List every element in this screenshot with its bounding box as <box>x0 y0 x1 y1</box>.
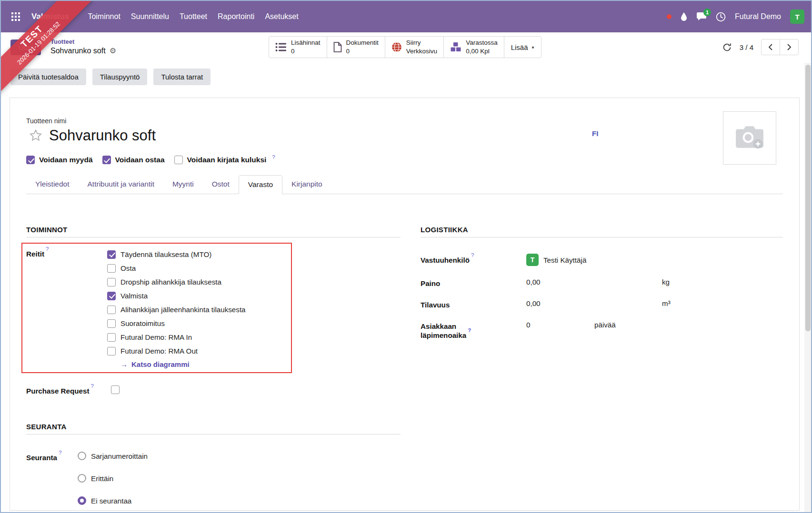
help-icon: ? <box>59 450 61 455</box>
chevron-left-icon <box>768 43 773 51</box>
route-rma-out[interactable]: Futural Demo: RMA Out <box>107 344 246 358</box>
can-be-sold-checkbox[interactable] <box>26 156 35 164</box>
stat-button-website[interactable]: Siirry Verkkosivu <box>385 36 444 58</box>
stat-documents-label: Dokumentit <box>346 39 379 47</box>
stat-button-documents[interactable]: Dokumentit 0 <box>327 36 385 58</box>
route-rma-out-checkbox[interactable] <box>107 347 116 355</box>
logistics-section-title: LOGISTIIKKA <box>421 226 783 237</box>
droplet-icon[interactable] <box>681 12 687 21</box>
lead-time-input[interactable]: 0 <box>526 321 594 329</box>
responsible-row: Vastuuhenkilö? T Testi Käyttäjä <box>421 254 783 266</box>
vertical-scrollbar-track[interactable] <box>804 63 811 512</box>
route-direct-delivery-checkbox[interactable] <box>107 319 116 328</box>
route-dropship-checkbox[interactable] <box>107 278 116 286</box>
tracking-serial-radio[interactable] <box>78 452 86 460</box>
responsible-avatar: T <box>526 254 539 266</box>
volume-input[interactable]: 0,00 <box>526 299 662 307</box>
help-icon: ? <box>272 154 275 160</box>
breadcrumb-parent[interactable]: Tuotteet <box>50 38 116 46</box>
top-navbar: Valmistus Toiminnot Suunnittelu Tuotteet… <box>1 1 811 32</box>
pager-previous-button[interactable] <box>761 39 780 55</box>
operations-column: TOIMINNOT Reitit? Täydennä tilauksesta (… <box>26 226 401 505</box>
favorite-star-icon[interactable] <box>29 129 42 142</box>
help-icon: ? <box>91 383 94 389</box>
print-labels-button[interactable]: Tulosta tarrat <box>153 69 211 85</box>
tab-attribuutit[interactable]: Attribuutit ja variantit <box>79 175 163 194</box>
route-rma-in[interactable]: Futural Demo: RMA In <box>107 330 246 344</box>
tracking-option-lots[interactable]: Erittäin <box>78 474 148 483</box>
list-icon <box>275 42 287 52</box>
action-button-row: Päivitä tuotesaldoa Tilauspyyntö Tulosta… <box>1 62 811 85</box>
can-be-expensed-checkbox[interactable] <box>174 156 183 164</box>
route-mto-checkbox[interactable] <box>107 250 116 259</box>
volume-unit: m³ <box>662 299 671 307</box>
nav-item-suunnittelu[interactable]: Suunnittelu <box>126 9 174 25</box>
tab-yleistiedot[interactable]: Yleistiedot <box>26 175 79 194</box>
user-avatar[interactable]: T <box>790 10 804 24</box>
pager-counter: 3 / 4 <box>740 43 753 51</box>
nav-item-toiminnot[interactable]: Toiminnot <box>82 9 125 25</box>
weight-input[interactable]: 0,00 <box>526 278 662 286</box>
tracking-lots-radio[interactable] <box>78 474 86 483</box>
apps-grid-icon[interactable] <box>8 9 24 25</box>
stat-button-pricelists[interactable]: Lisähinnat 0 <box>269 36 327 58</box>
more-dropdown-button[interactable]: Lisää ▾ <box>504 36 541 58</box>
stat-pricelists-label: Lisähinnat <box>291 39 321 47</box>
route-manufacture[interactable]: Valmista <box>107 289 246 303</box>
tab-varasto[interactable]: Varasto <box>239 175 282 194</box>
route-buy[interactable]: Osta <box>107 261 246 275</box>
chevron-right-icon <box>787 43 792 51</box>
breadcrumb: Tuotteet Sohvarunko soft ⚙ <box>50 38 116 56</box>
update-quantity-button[interactable]: Päivitä tuotesaldoa <box>10 69 86 85</box>
route-rma-in-checkbox[interactable] <box>107 333 116 342</box>
camera-plus-icon <box>735 125 764 151</box>
route-dropship[interactable]: Dropship alihankkija tilauksesta <box>107 275 246 289</box>
toggle-can-be-purchased[interactable]: Voidaan ostaa <box>102 156 165 164</box>
toggle-can-be-sold[interactable]: Voidaan myydä <box>26 156 93 164</box>
translation-language-badge[interactable]: FI <box>592 129 598 138</box>
purchase-request-checkbox[interactable] <box>111 385 120 394</box>
scrollbar-thumb[interactable] <box>805 65 811 331</box>
stat-documents-value: 0 <box>346 47 379 56</box>
actions-gear-icon[interactable]: ⚙ <box>110 46 116 56</box>
breadcrumb-current: Sohvarunko soft <box>50 46 106 56</box>
route-buy-checkbox[interactable] <box>107 264 116 273</box>
routes-field-label: Reitit <box>26 250 44 258</box>
stat-pricelists-value: 0 <box>291 47 321 56</box>
globe-icon <box>391 42 402 52</box>
tracking-option-serial[interactable]: Sarjanumeroittain <box>78 452 148 460</box>
refresh-icon[interactable] <box>722 43 732 52</box>
route-subcontract-checkbox[interactable] <box>107 306 116 314</box>
tab-ostot[interactable]: Ostot <box>203 175 239 194</box>
stat-button-on-hand[interactable]: Varastossa 0,00 Kpl <box>443 36 504 58</box>
odoo-product-form-page: { "colors": { "nav_bg": "#77609B", "acce… <box>0 0 812 513</box>
nav-item-raportointi[interactable]: Raportointi <box>212 9 260 25</box>
product-image-placeholder[interactable] <box>723 111 776 165</box>
nav-item-tuotteet[interactable]: Tuotteet <box>174 9 212 25</box>
product-title[interactable]: Sohvarunko soft <box>49 127 156 144</box>
responsible-field[interactable]: T Testi Käyttäjä <box>526 254 586 266</box>
tracking-option-none[interactable]: Ei seurantaa <box>78 496 148 505</box>
route-direct-delivery[interactable]: Suoratoimitus <box>107 316 246 330</box>
replenish-button[interactable]: Tilauspyyntö <box>92 69 148 85</box>
tracking-none-radio[interactable] <box>78 496 86 505</box>
messages-icon[interactable]: 1 <box>696 12 707 21</box>
route-mto[interactable]: Täydennä tilauksesta (MTO) <box>107 247 246 261</box>
responsible-label: Vastuuhenkilö <box>421 256 470 264</box>
chevron-down-icon: ▾ <box>532 45 534 50</box>
tab-kirjanpito[interactable]: Kirjanpito <box>282 175 331 194</box>
apps-grid-glyph <box>11 12 20 21</box>
nav-item-asetukset[interactable]: Asetukset <box>260 9 303 25</box>
view-diagram-link[interactable]: → Katso diagrammi <box>120 360 246 368</box>
stat-website-value: Verkkosivu <box>406 47 437 56</box>
help-icon: ? <box>468 327 471 333</box>
toggle-can-be-expensed[interactable]: Voidaan kirjata kuluksi ? <box>174 156 275 164</box>
activity-clock-icon[interactable] <box>716 12 726 22</box>
can-be-purchased-checkbox[interactable] <box>102 156 111 164</box>
route-subcontract-resupply[interactable]: Alihankkijan jälleenhankinta tilauksesta <box>107 303 246 316</box>
route-manufacture-checkbox[interactable] <box>107 292 116 300</box>
logistics-column: LOGISTIIKKA Vastuuhenkilö? T Testi Käytt… <box>421 226 783 505</box>
pager-next-button[interactable] <box>780 39 799 55</box>
company-name[interactable]: Futural Demo <box>735 12 781 21</box>
tab-myynti[interactable]: Myynti <box>163 175 203 194</box>
